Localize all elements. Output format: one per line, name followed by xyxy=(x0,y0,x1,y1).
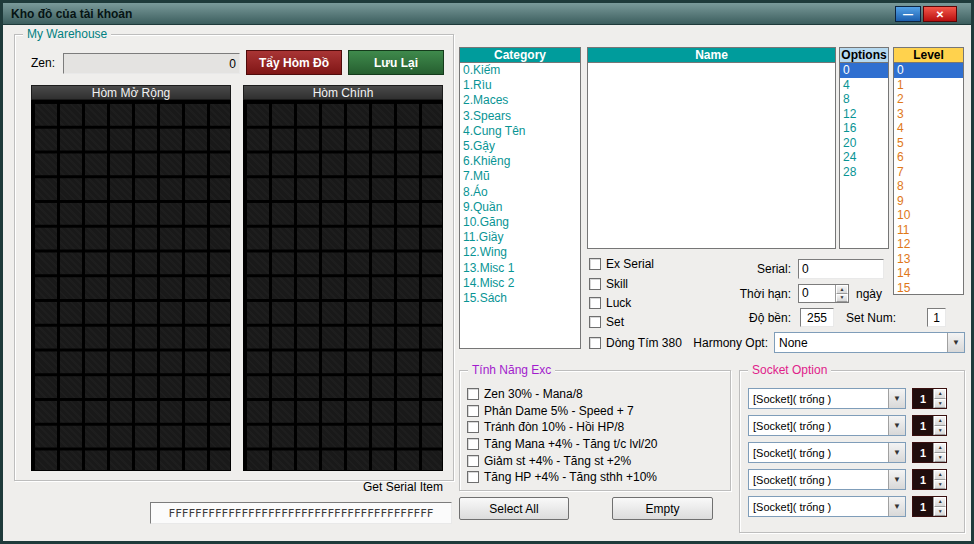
category-item[interactable]: 4.Cung Tên xyxy=(460,124,580,139)
titlebar[interactable]: Kho đồ của tài khoản xyxy=(3,3,971,25)
level-item[interactable]: 11 xyxy=(894,223,963,238)
tim380-checkbox[interactable] xyxy=(589,337,601,349)
duration-spinner[interactable]: 0 ▲ ▼ xyxy=(798,284,849,303)
spin-up-icon[interactable]: ▲ xyxy=(934,389,946,399)
socket-count-spinner-4[interactable]: 1 ▲ ▼ xyxy=(912,469,947,490)
category-item[interactable]: 8.Áo xyxy=(460,185,580,200)
category-item[interactable]: 9.Quần xyxy=(460,200,580,215)
socket-dropdown-2[interactable]: [Socket]( trống ) ▼ xyxy=(748,415,906,436)
spin-down-icon[interactable]: ▼ xyxy=(836,294,848,303)
spin-up-icon[interactable]: ▲ xyxy=(934,443,946,453)
spin-down-icon[interactable]: ▼ xyxy=(934,453,946,463)
category-item[interactable]: 13.Misc 1 xyxy=(460,261,580,276)
socket-count-spinner-5[interactable]: 1 ▲ ▼ xyxy=(912,496,947,517)
durability-input[interactable] xyxy=(800,308,834,327)
category-item[interactable]: 2.Maces xyxy=(460,93,580,108)
options-item[interactable]: 8 xyxy=(840,92,888,107)
empty-button[interactable]: Empty xyxy=(612,497,713,520)
spin-down-icon[interactable]: ▼ xyxy=(934,507,946,517)
main-chest-grid[interactable] xyxy=(243,100,443,471)
level-item[interactable]: 3 xyxy=(894,107,963,122)
socket-count-spinner-2[interactable]: 1 ▲ ▼ xyxy=(912,415,947,436)
spin-down-icon[interactable]: ▼ xyxy=(934,426,946,436)
category-item[interactable]: 15.Sách xyxy=(460,291,580,306)
level-item[interactable]: 8 xyxy=(894,179,963,194)
options-item[interactable]: 4 xyxy=(840,78,888,93)
options-item[interactable]: 28 xyxy=(840,165,888,180)
ex-serial-label: Ex Serial xyxy=(606,257,654,271)
level-item[interactable]: 9 xyxy=(894,194,963,209)
spin-up-icon[interactable]: ▲ xyxy=(934,416,946,426)
level-item[interactable]: 1 xyxy=(894,78,963,93)
close-icon: ✕ xyxy=(936,9,944,20)
category-item[interactable]: 10.Găng xyxy=(460,215,580,230)
socket-dropdown-1[interactable]: [Socket]( trống ) ▼ xyxy=(748,388,906,409)
options-item[interactable]: 12 xyxy=(840,107,888,122)
harmony-label: Harmony Opt: xyxy=(686,336,768,350)
select-all-button[interactable]: Select All xyxy=(459,497,569,520)
options-item[interactable]: 24 xyxy=(840,150,888,165)
set-checkbox[interactable] xyxy=(589,316,601,328)
category-item[interactable]: 14.Misc 2 xyxy=(460,276,580,291)
luck-checkbox[interactable] xyxy=(589,297,601,309)
socket-dropdown-5[interactable]: [Socket]( trống ) ▼ xyxy=(748,496,906,517)
exc-checkbox-6[interactable] xyxy=(467,471,479,483)
category-item[interactable]: 11.Giầy xyxy=(460,230,580,245)
category-item[interactable]: 12.Wing xyxy=(460,245,580,260)
exc-checkbox-1[interactable] xyxy=(467,388,479,400)
clear-warehouse-button[interactable]: Tẩy Hòm Đồ xyxy=(246,50,342,75)
level-item[interactable]: 2 xyxy=(894,92,963,107)
level-item[interactable]: 5 xyxy=(894,136,963,151)
get-serial-input[interactable] xyxy=(150,502,452,524)
level-item[interactable]: 10 xyxy=(894,208,963,223)
options-item-selected[interactable]: 0 xyxy=(840,63,888,78)
save-button[interactable]: Lưu Lại xyxy=(348,50,444,75)
socket-group-label: Socket Option xyxy=(748,363,831,377)
socket-dropdown-3[interactable]: [Socket]( trống ) ▼ xyxy=(748,442,906,463)
set-num-input[interactable] xyxy=(927,308,946,327)
extended-chest-grid[interactable] xyxy=(31,100,231,471)
chevron-down-icon: ▼ xyxy=(888,443,905,462)
category-item[interactable]: 1.Rìu xyxy=(460,78,580,93)
level-item[interactable]: 4 xyxy=(894,121,963,136)
minimize-button[interactable]: — xyxy=(895,6,921,22)
harmony-dropdown[interactable]: None ▼ xyxy=(774,332,965,353)
exc-checkbox-2[interactable] xyxy=(467,405,479,417)
socket-dropdown-4[interactable]: [Socket]( trống ) ▼ xyxy=(748,469,906,490)
level-item-selected[interactable]: 0 xyxy=(894,63,963,78)
level-item[interactable]: 6 xyxy=(894,150,963,165)
serial-input[interactable] xyxy=(798,259,884,279)
level-item[interactable]: 13 xyxy=(894,252,963,267)
socket-count-spinner-1[interactable]: 1 ▲ ▼ xyxy=(912,388,947,409)
category-header: Category xyxy=(460,48,580,63)
zen-input[interactable] xyxy=(63,53,240,74)
category-item[interactable]: 3.Spears xyxy=(460,109,580,124)
category-item[interactable]: 5.Gậy xyxy=(460,139,580,154)
exc-row: Tăng Mana +4% - Tăng t/c lvl/20 xyxy=(467,436,726,453)
socket-count-spinner-3[interactable]: 1 ▲ ▼ xyxy=(912,442,947,463)
skill-checkbox[interactable] xyxy=(589,278,601,290)
options-item[interactable]: 16 xyxy=(840,121,888,136)
level-item[interactable]: 15 xyxy=(894,281,963,296)
ex-serial-checkbox[interactable] xyxy=(589,258,601,270)
close-button[interactable]: ✕ xyxy=(923,6,957,22)
spin-down-icon[interactable]: ▼ xyxy=(934,480,946,490)
exc-checkbox-4[interactable] xyxy=(467,438,479,450)
spin-up-icon[interactable]: ▲ xyxy=(934,497,946,507)
exc-checkbox-5[interactable] xyxy=(467,455,479,467)
category-item[interactable]: 7.Mũ xyxy=(460,169,580,184)
options-item[interactable]: 20 xyxy=(840,136,888,151)
level-header: Level xyxy=(894,48,963,63)
spin-up-icon[interactable]: ▲ xyxy=(836,285,848,294)
spin-up-icon[interactable]: ▲ xyxy=(934,470,946,480)
luck-label: Luck xyxy=(606,296,631,310)
level-item[interactable]: 12 xyxy=(894,237,963,252)
spin-down-icon[interactable]: ▼ xyxy=(934,399,946,409)
name-list[interactable]: Name xyxy=(587,47,836,249)
level-item[interactable]: 7 xyxy=(894,165,963,180)
options-items: 0 4 8 12 16 20 24 28 xyxy=(840,63,888,179)
category-item[interactable]: 0.Kiếm xyxy=(460,63,580,78)
category-item[interactable]: 6.Khiêng xyxy=(460,154,580,169)
exc-checkbox-3[interactable] xyxy=(467,421,479,433)
level-item[interactable]: 14 xyxy=(894,266,963,281)
